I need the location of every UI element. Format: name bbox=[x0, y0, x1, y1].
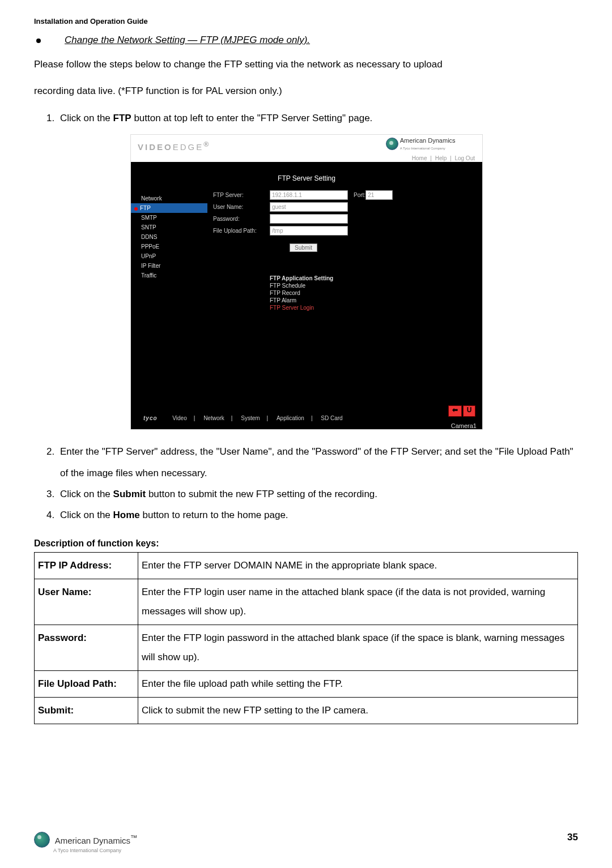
tyco-logo: tyco bbox=[143, 415, 158, 421]
sidebar-item-smtp[interactable]: SMTP bbox=[131, 213, 207, 223]
step-3-text: Click on the Submit button to submit the… bbox=[60, 484, 578, 504]
desc-title: Description of function keys: bbox=[34, 538, 578, 549]
app-link-record[interactable]: FTP Record bbox=[270, 289, 477, 297]
footer-globe-icon bbox=[34, 832, 50, 848]
app-link-schedule[interactable]: FTP Schedule bbox=[270, 282, 477, 289]
bottom-link-video[interactable]: Video bbox=[172, 415, 186, 421]
path-input[interactable] bbox=[270, 226, 348, 236]
bottom-link-system[interactable]: System bbox=[241, 415, 260, 421]
row-submit-key: Submit: bbox=[35, 697, 138, 724]
sidebar-item-network[interactable]: Network bbox=[131, 194, 207, 203]
row-submit-val: Click to submit the new FTP setting to t… bbox=[138, 697, 578, 724]
brand-sub: A Tyco International Company bbox=[400, 147, 445, 150]
sidebar-item-upnp[interactable]: UPnP bbox=[131, 251, 207, 261]
step-2-text: Enter the "FTP Server" address, the "Use… bbox=[60, 441, 578, 484]
function-keys-table: FTP IP Address: Enter the FTP server DOM… bbox=[34, 552, 578, 724]
sidebar-item-ftp[interactable]: FTP bbox=[131, 203, 207, 213]
panel-title: FTP Server Setting bbox=[131, 172, 482, 189]
sidebar-item-ipfilter[interactable]: IP Filter bbox=[131, 261, 207, 271]
app-link-alarm[interactable]: FTP Alarm bbox=[270, 297, 477, 304]
bottom-link-application[interactable]: Application bbox=[277, 415, 304, 421]
row-path-key: File Upload Path: bbox=[35, 670, 138, 697]
port-input[interactable] bbox=[366, 190, 393, 200]
step-4-text: Click on the Home button to return to th… bbox=[60, 504, 578, 525]
password-input[interactable] bbox=[270, 214, 348, 224]
sidebar-item-traffic[interactable]: Traffic bbox=[131, 271, 207, 280]
section-title: Change the Network Setting — FTP (MJPEG … bbox=[65, 35, 310, 46]
ftp-server-input[interactable] bbox=[270, 190, 348, 200]
u-button[interactable]: U bbox=[463, 405, 475, 417]
path-label: File Upload Path: bbox=[213, 228, 270, 234]
camera-label: Camera1 bbox=[451, 422, 477, 429]
brand-name: American Dynamics bbox=[400, 137, 456, 144]
footer-brand: American Dynamics bbox=[55, 836, 130, 845]
row-pass-key: Password: bbox=[35, 625, 138, 670]
sidebar-item-sntp[interactable]: SNTP bbox=[131, 223, 207, 232]
bottom-link-network[interactable]: Network bbox=[203, 415, 224, 421]
port-label: Port: bbox=[354, 192, 366, 198]
username-label: User Name: bbox=[213, 204, 270, 210]
sidebar: Network FTP SMTP SNTP DDNS PPPoE UPnP IP… bbox=[131, 189, 207, 404]
row-ftpip-key: FTP IP Address: bbox=[35, 552, 138, 579]
footer-brand-sub: A Tyco International Company bbox=[53, 848, 138, 853]
page-number: 35 bbox=[567, 832, 578, 843]
intro-line-1: Please follow the steps below to change … bbox=[34, 54, 578, 75]
ftp-server-label: FTP Server: bbox=[213, 192, 270, 198]
row-user-val: Enter the FTP login user name in the att… bbox=[138, 579, 578, 625]
row-path-val: Enter the file upload path while setting… bbox=[138, 670, 578, 697]
row-ftpip-val: Enter the FTP server DOMAIN NAME in the … bbox=[138, 552, 578, 579]
bottom-link-sdcard[interactable]: SD Card bbox=[321, 415, 342, 421]
ftp-settings-screenshot: VIDEOEDGE® American Dynamics A Tyco Inte… bbox=[130, 134, 482, 430]
step-1-text: Click on the FTP button at top left to e… bbox=[60, 108, 578, 129]
sidebar-item-ddns[interactable]: DDNS bbox=[131, 232, 207, 242]
bullet-icon bbox=[34, 35, 65, 46]
password-label: Password: bbox=[213, 216, 270, 222]
step-3-num: 3. bbox=[46, 484, 60, 504]
intro-line-2: recording data live. (*FTP function is f… bbox=[34, 80, 578, 101]
back-icon[interactable]: ⬅ bbox=[448, 405, 462, 417]
row-pass-val: Enter the FTP login password in the atta… bbox=[138, 625, 578, 670]
brand-globe-icon bbox=[386, 138, 398, 150]
doc-header: Installation and Operation Guide bbox=[34, 17, 578, 25]
app-link-server-login[interactable]: FTP Server Login bbox=[270, 304, 477, 311]
step-1-num: 1. bbox=[46, 108, 60, 129]
sidebar-item-pppoe[interactable]: PPPoE bbox=[131, 242, 207, 251]
app-setting-title: FTP Application Setting bbox=[270, 275, 477, 282]
row-user-key: User Name: bbox=[35, 579, 138, 625]
home-link[interactable]: Home bbox=[412, 155, 427, 161]
logout-link[interactable]: Log Out bbox=[454, 155, 475, 161]
username-input[interactable] bbox=[270, 202, 348, 212]
step-4-num: 4. bbox=[46, 504, 60, 525]
submit-button[interactable]: Submit bbox=[290, 243, 317, 252]
videoedge-logo: VIDEOEDGE® bbox=[131, 135, 386, 162]
step-2-num: 2. bbox=[46, 441, 60, 484]
help-link[interactable]: Help bbox=[435, 155, 447, 161]
